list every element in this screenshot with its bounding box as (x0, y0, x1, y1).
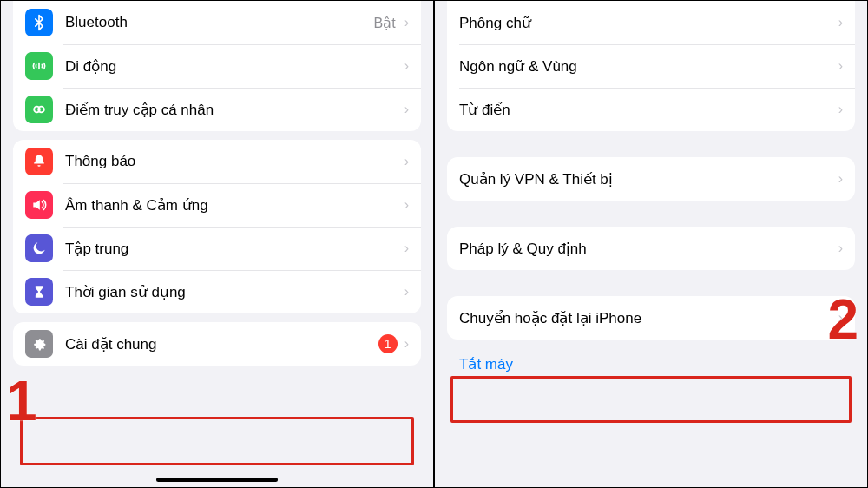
vpn-group: Quản lý VPN & Thiết bị › (447, 157, 855, 201)
row-label: Âm thanh & Cảm ứng (65, 196, 401, 214)
step-1-number: 1 (6, 369, 37, 433)
row-value: Bật (374, 15, 396, 31)
row-notifications[interactable]: Thông báo › (13, 140, 421, 183)
shutdown-link[interactable]: Tắt máy (435, 343, 867, 386)
row-legal[interactable]: Pháp lý & Quy định › (447, 227, 855, 270)
row-label: Chuyển hoặc đặt lại iPhone (459, 309, 835, 327)
hourglass-icon (25, 278, 53, 306)
row-vpn[interactable]: Quản lý VPN & Thiết bị › (447, 157, 855, 201)
row-focus[interactable]: Tập trung › (13, 227, 421, 270)
row-dictionary[interactable]: Từ điển › (447, 88, 855, 131)
row-label: Pháp lý & Quy định (459, 240, 835, 258)
chevron-right-icon: › (838, 58, 843, 74)
bluetooth-icon (25, 9, 53, 36)
cellular-icon (25, 52, 53, 80)
chevron-right-icon: › (404, 58, 409, 74)
row-label: Bluetooth (65, 14, 374, 31)
legal-group: Pháp lý & Quy định › (447, 227, 855, 270)
row-label: Điểm truy cập cá nhân (65, 101, 401, 119)
row-hotspot[interactable]: Điểm truy cập cá nhân › (13, 88, 421, 131)
moon-icon (25, 234, 53, 262)
alerts-group: Thông báo › Âm thanh & Cảm ứng › Tập tru… (13, 140, 421, 313)
row-label: Cài đặt chung (65, 335, 378, 353)
row-general[interactable]: Cài đặt chung 1 › (13, 322, 421, 366)
chevron-right-icon: › (404, 15, 409, 30)
chevron-right-icon: › (838, 102, 843, 117)
step-1-highlight (20, 417, 414, 465)
row-bluetooth[interactable]: Bluetooth Bật › (13, 1, 421, 44)
row-label: Thời gian sử dụng (65, 283, 401, 301)
row-label: Thông báo (65, 153, 401, 170)
chevron-right-icon: › (838, 310, 843, 326)
row-label: Từ điển (459, 101, 835, 119)
chevron-right-icon: › (404, 197, 409, 213)
bell-icon (25, 148, 53, 175)
row-cellular[interactable]: Di động › (13, 44, 421, 88)
reset-group: Chuyển hoặc đặt lại iPhone › (447, 296, 855, 340)
settings-root-pane: Bluetooth Bật › Di động › Điểm truy cập … (1, 1, 435, 487)
row-fonts[interactable]: Phông chữ › (447, 1, 855, 44)
hotspot-icon (25, 96, 53, 123)
row-label: Ngôn ngữ & Vùng (459, 57, 835, 76)
general-settings-pane: Phông chữ › Ngôn ngữ & Vùng › Từ điển › … (435, 1, 867, 487)
chevron-right-icon: › (838, 15, 843, 30)
gear-icon (25, 330, 53, 358)
chevron-right-icon: › (838, 241, 843, 256)
row-language[interactable]: Ngôn ngữ & Vùng › (447, 44, 855, 88)
speaker-icon (25, 191, 53, 219)
row-sounds[interactable]: Âm thanh & Cảm ứng › (13, 183, 421, 227)
chevron-right-icon: › (404, 336, 409, 352)
chevron-right-icon: › (404, 102, 409, 117)
text-lang-group: Phông chữ › Ngôn ngữ & Vùng › Từ điển › (447, 1, 855, 131)
chevron-right-icon: › (404, 284, 409, 300)
row-screentime[interactable]: Thời gian sử dụng › (13, 270, 421, 313)
row-label: Di động (65, 57, 401, 76)
row-label: Tập trung (65, 240, 401, 258)
connectivity-group: Bluetooth Bật › Di động › Điểm truy cập … (13, 1, 421, 131)
chevron-right-icon: › (404, 154, 409, 169)
notification-badge: 1 (378, 334, 398, 353)
home-indicator[interactable] (156, 478, 278, 482)
row-label: Quản lý VPN & Thiết bị (459, 170, 835, 188)
row-label: Phông chữ (459, 14, 835, 32)
general-group: Cài đặt chung 1 › (13, 322, 421, 366)
chevron-right-icon: › (404, 241, 409, 256)
row-transfer-reset[interactable]: Chuyển hoặc đặt lại iPhone › (447, 296, 855, 340)
chevron-right-icon: › (838, 171, 843, 187)
